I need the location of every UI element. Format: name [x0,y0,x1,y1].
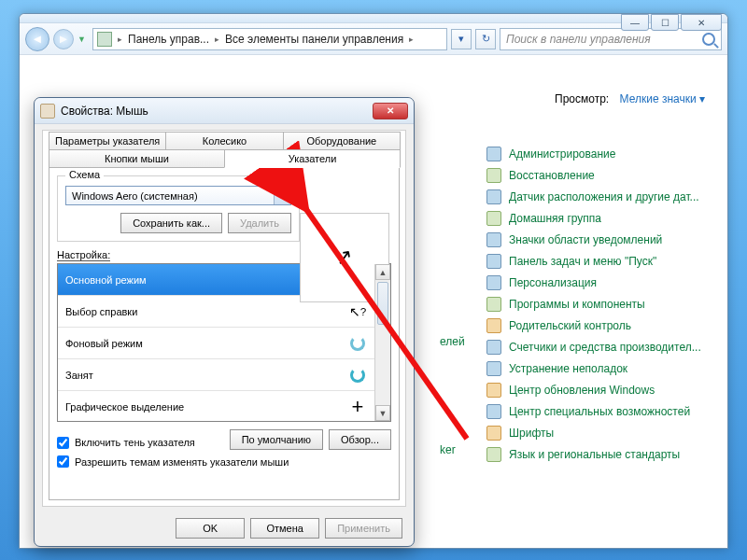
cp-item-taskbar[interactable]: Панель задач и меню "Пуск" [486,254,701,269]
cp-item-recovery[interactable]: Восстановление [486,168,701,183]
save-as-button[interactable]: Сохранить как... [120,213,222,233]
cp-item-label: Центр обновления Windows [509,384,655,397]
cursor-help-icon: ↖? [348,302,367,321]
control-panel-items: Администрирование Восстановление Датчик … [486,147,701,462]
view-label: Просмотр: [555,92,609,105]
dialog-close-button[interactable]: ✕ [373,103,408,119]
cp-item-admin[interactable]: Администрирование [486,147,701,161]
nav-forward-button[interactable]: ► [53,29,74,49]
nav-back-button[interactable]: ◄ [25,27,49,51]
parental-control-icon [486,318,501,333]
nav-history-dropdown[interactable]: ▼ [78,35,89,44]
breadcrumb-sep: ▸ [407,35,416,44]
dialog-button-row: OK Отмена Применить [176,518,402,539]
apply-button[interactable]: Применить [325,518,402,539]
search-input[interactable]: Поиск в панели управления [500,28,722,50]
tab-wheel[interactable]: Колесико [165,132,283,150]
maximize-button[interactable]: ☐ [651,14,679,31]
cp-item-fonts[interactable]: Шрифты [486,426,701,441]
tab-pointers[interactable]: Указатели [224,149,401,168]
perf-counters-icon [486,340,501,355]
cp-item-label: Значки области уведомлений [509,233,662,246]
cp-item-perfmon[interactable]: Счетчики и средства производител... [486,340,701,355]
close-button[interactable]: ✕ [681,14,722,31]
cp-item-label: Программы и компоненты [509,298,645,311]
checkbox-input[interactable] [57,437,69,449]
scheme-combo[interactable]: Windows Aero (системная) [65,186,291,205]
list-item-label: Фоновый режим [65,338,143,349]
truncated-item-text[interactable]: ker [440,443,456,456]
cp-item-ease[interactable]: Центр специальных возможностей [486,404,701,419]
minimize-button[interactable]: — [621,14,649,31]
view-value[interactable]: Мелкие значки [620,92,705,105]
address-bar[interactable]: ▸ Панель управ... ▸ Все элементы панели … [92,28,447,50]
list-item[interactable]: Графическое выделение + [58,391,374,421]
fonts-icon [486,426,501,441]
list-item-label: Графическое выделение [65,401,184,413]
browse-button[interactable]: Обзор... [329,429,391,450]
tab-pointer-options[interactable]: Параметры указателя [49,132,166,150]
checkbox-label: Разрешить темам изменять указатели мыши [75,456,289,468]
search-icon [702,33,715,46]
breadcrumb-sep: ▸ [116,35,124,44]
tab-hardware[interactable]: Оборудование [283,132,401,150]
search-placeholder: Поиск в панели управления [506,33,651,46]
list-item[interactable]: Фоновый режим [58,328,374,359]
chevron-down-icon[interactable] [274,187,290,204]
list-item[interactable]: Занят [58,359,374,391]
troubleshoot-icon [486,361,501,376]
cp-item-tray-icons[interactable]: Значки области уведомлений [486,232,701,247]
taskbar-icon [486,254,501,269]
scheme-legend: Схема [65,169,104,180]
list-item-label: Основной режим [65,274,147,286]
recovery-icon [486,168,501,183]
mouse-icon [40,104,55,119]
scroll-up-button[interactable]: ▲ [375,264,390,280]
dialog-titlebar[interactable]: Свойства: Мышь ✕ [35,98,414,124]
cp-item-region[interactable]: Язык и региональные стандарты [486,447,701,462]
tab-buttons[interactable]: Кнопки мыши [49,149,225,168]
scroll-thumb[interactable] [377,282,388,325]
truncated-item-text[interactable]: елей [440,335,465,348]
admin-tools-icon [486,147,501,161]
cp-item-homegroup[interactable]: Домашняя группа [486,211,701,226]
scrollbar[interactable]: ▲ ▼ [374,264,390,421]
cp-item-label: Администрирование [509,147,615,161]
ok-button[interactable]: OK [176,518,245,539]
cancel-button[interactable]: Отмена [250,518,319,539]
checkbox-input[interactable] [57,455,69,468]
location-sensor-icon [486,189,501,204]
breadcrumb-part2[interactable]: Все элементы панели управления [225,33,403,46]
cursor-cross-icon: + [348,398,367,416]
cursor-busy-icon [348,366,367,385]
cp-item-label: Счетчики и средства производител... [509,341,701,354]
cp-item-programs[interactable]: Программы и компоненты [486,297,701,312]
cp-item-label: Персонализация [509,276,597,289]
refresh-button[interactable]: ↻ [475,29,496,49]
cp-item-troubleshoot[interactable]: Устранение неполадок [486,361,701,376]
personalization-icon [486,275,501,290]
cp-item-label: Восстановление [509,169,595,182]
cp-item-label: Домашняя группа [509,212,601,225]
view-selector[interactable]: Просмотр: Мелкие значки [555,92,705,105]
cp-item-personalization[interactable]: Персонализация [486,275,701,290]
scroll-down-button[interactable]: ▼ [375,405,390,421]
list-item-label: Выбор справки [65,306,137,317]
tray-icons-icon [486,232,501,247]
address-dropdown[interactable]: ▾ [451,29,472,49]
enable-shadow-checkbox[interactable]: Включить тень указателя [57,437,195,449]
dialog-title: Свойства: Мышь [61,105,148,118]
cp-item-winupdate[interactable]: Центр обновления Windows [486,383,701,398]
cp-item-label: Панель задач и меню "Пуск" [509,255,656,268]
cp-item-label: Устранение неполадок [509,362,627,375]
cp-item-label: Центр специальных возможностей [509,405,690,418]
allow-themes-checkbox[interactable]: Разрешить темам изменять указатели мыши [57,455,391,468]
delete-scheme-button[interactable]: Удалить [228,213,291,233]
cp-item-label: Шрифты [509,427,554,440]
window-controls: — ☐ ✕ [621,14,722,31]
breadcrumb-part1[interactable]: Панель управ... [128,33,209,46]
cp-item-location[interactable]: Датчик расположения и другие дат... [486,189,701,204]
defaults-button[interactable]: По умолчанию [230,429,323,450]
cp-item-parental[interactable]: Родительский контроль [486,318,701,333]
cursor-bg-icon [348,334,367,353]
